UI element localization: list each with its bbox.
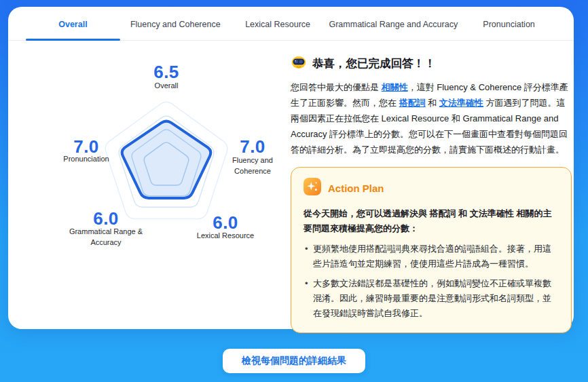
score-grammatical-range-accuracy: 6.0Grammatical Range &Accuracy [69, 208, 143, 248]
score-label: Lexical Resource [197, 230, 254, 241]
action-plan-intro: 從今天開始，您可以透過解決與 搭配詞 和 文法準確性 相關的主要問題來積極提高您… [304, 206, 559, 236]
radar-chart: 6.5Overall7.0Fluency andCoherence6.0Lexi… [37, 64, 295, 265]
score-label: Grammatical Range &Accuracy [69, 226, 143, 248]
tab-lexical-resource[interactable]: Lexical Resource [227, 7, 329, 40]
summary-text: 和 [426, 98, 439, 108]
score-label: Overall [153, 80, 179, 91]
tab-fluency-and-coherence[interactable]: Fluency and Coherence [124, 7, 227, 40]
action-plan-list: 更頻繁地使用搭配詞詞典來尋找合適的詞語組合。接著，用這些片語造句並定期練習，使使… [304, 242, 559, 321]
term-link[interactable]: 文法準確性 [439, 98, 483, 108]
score-pronunciation: 7.0Pronunciation [63, 136, 109, 164]
score-fluency-and-coherence: 7.0Fluency andCoherence [232, 136, 273, 176]
action-plan-item: 大多數文法錯誤都是基礎性的，例如動詞變位不正確或單複數混淆。因此，練習時最重要的… [304, 276, 559, 321]
tab-grammatical-range-and-accuracy[interactable]: Grammatical Range and Accuracy [329, 7, 458, 40]
action-plan-item: 更頻繁地使用搭配詞詞典來尋找合適的詞語組合。接著，用這些片語造句並定期練習，使使… [304, 242, 559, 271]
radar-series-fill [122, 121, 211, 198]
view-details-button[interactable]: 檢視每個問題的詳細結果 [223, 349, 365, 373]
summary-column: 恭喜，您已完成回答！！ 您回答中最大的優點是 相關性，這對 Fluency & … [291, 56, 572, 333]
mascot-icon [291, 56, 307, 72]
results-page: OverallFluency and CoherenceLexical Reso… [0, 0, 588, 382]
tab-bar: OverallFluency and CoherenceLexical Reso… [8, 7, 574, 41]
summary-text: 您回答中最大的優點是 [291, 82, 382, 92]
score-overall: 6.5Overall [153, 62, 179, 91]
congrats-heading: 恭喜，您已完成回答！！ [312, 56, 436, 71]
score-label: Pronunciation [63, 153, 109, 164]
term-link[interactable]: 相關性 [382, 82, 408, 92]
action-plan-card: Action Plan 從今天開始，您可以透過解決與 搭配詞 和 文法準確性 相… [291, 167, 572, 333]
action-plan-header: Action Plan [304, 178, 559, 198]
score-label: Fluency andCoherence [232, 155, 273, 176]
summary-paragraph: 您回答中最大的優點是 相關性，這對 Fluency & Coherence 評分… [291, 79, 572, 157]
tab-pronunciation[interactable]: Pronunciation [458, 7, 560, 40]
term-link[interactable]: 搭配詞 [399, 98, 426, 108]
action-plan-title: Action Plan [328, 183, 384, 194]
results-card: OverallFluency and CoherenceLexical Reso… [8, 7, 574, 329]
sparkles-icon [304, 178, 321, 198]
tab-overall[interactable]: Overall [22, 7, 124, 40]
score-lexical-resource: 6.0Lexical Resource [197, 212, 254, 241]
congrats-header: 恭喜，您已完成回答！！ [291, 56, 572, 72]
